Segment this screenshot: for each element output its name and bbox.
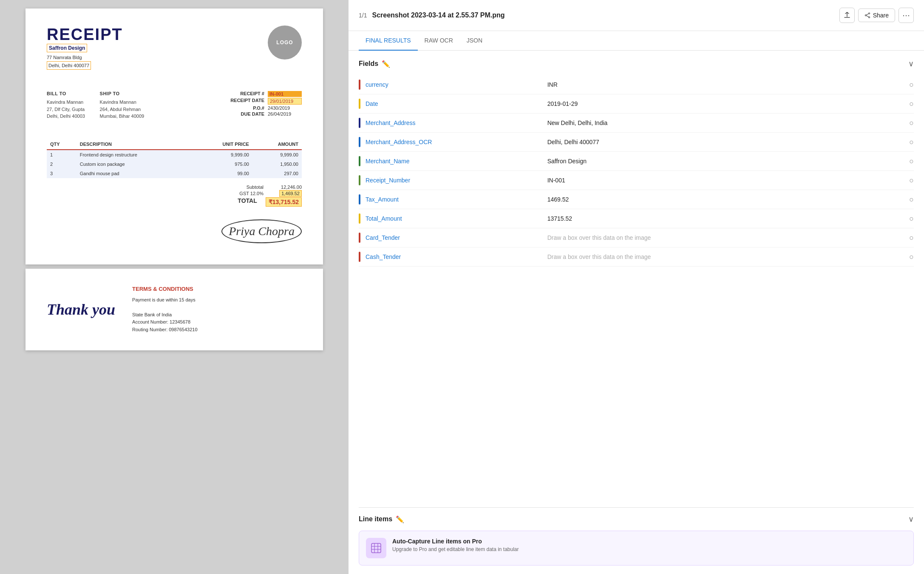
signature-area: Priya Chopra (47, 219, 302, 243)
terms-title: TERMS & CONDITIONS (132, 286, 302, 292)
field-item-tax_amount: Tax_Amount 1469.52 ○ (359, 190, 914, 209)
terms-text: Payment is due within 15 days State Bank… (132, 296, 302, 334)
field-name-card_tender[interactable]: Card_Tender (366, 234, 542, 241)
po-row: P.O.# 2430/2019 (226, 105, 302, 111)
field-check-merchant_address_ocr[interactable]: ○ (909, 138, 914, 147)
fields-collapse-icon[interactable]: ∨ (908, 59, 914, 68)
right-header: 1/1 Screenshot 2023-03-14 at 2.55.37 PM.… (349, 0, 924, 31)
line-items-edit-icon[interactable]: ✏️ (396, 515, 404, 523)
field-check-total_amount[interactable]: ○ (909, 214, 914, 223)
field-check-merchant_name[interactable]: ○ (909, 157, 914, 166)
merchant-address-highlight: Delhi, Delhi 400077 (47, 61, 91, 70)
field-item-currency: currency INR ○ (359, 75, 914, 94)
field-item-merchant_address_ocr: Merchant_Address_OCR Delhi, Delhi 400077… (359, 133, 914, 152)
field-item-cash_tender: Cash_Tender Draw a box over this data on… (359, 247, 914, 267)
field-color-bar-tax_amount (359, 194, 360, 205)
field-value-date: 2019-01-29 (547, 100, 901, 107)
field-name-total_amount[interactable]: Total_Amount (366, 215, 542, 222)
field-color-bar-receipt_number (359, 175, 360, 185)
receipt-page-1: RECEIPT Saffron Design 77 Namrata Bldg D… (26, 9, 323, 264)
pro-upgrade-card: Auto-Capture Line items on Pro Upgrade t… (359, 531, 914, 565)
more-button[interactable]: ⋯ (898, 8, 914, 23)
line-items-collapse-icon[interactable]: ∨ (908, 514, 914, 524)
upload-button[interactable] (839, 8, 855, 23)
field-item-date: Date 2019-01-29 ○ (359, 94, 914, 114)
field-name-receipt_number[interactable]: Receipt_Number (366, 177, 542, 184)
right-panel: 1/1 Screenshot 2023-03-14 at 2.55.37 PM.… (349, 0, 924, 574)
field-item-receipt_number: Receipt_Number IN-001 ○ (359, 171, 914, 190)
file-nav: 1/1 Screenshot 2023-03-14 at 2.55.37 PM.… (359, 11, 505, 19)
field-color-bar-date (359, 99, 360, 109)
terms-section: TERMS & CONDITIONS Payment is due within… (132, 286, 302, 334)
field-color-bar-card_tender (359, 233, 360, 243)
line-items-table: QTY DESCRIPTION UNIT PRICE AMOUNT 1 Fron… (47, 139, 302, 178)
fields-list: currency INR ○ Date 2019-01-29 ○ Merchan… (359, 75, 914, 267)
receipt-title-block: RECEIPT Saffron Design 77 Namrata Bldg D… (47, 26, 123, 78)
field-name-tax_amount[interactable]: Tax_Amount (366, 196, 542, 203)
totals-section: Subtotal 12,246.00 GST 12.0% 1,469.52 TO… (47, 185, 302, 207)
fields-section-header: Fields ✏️ ∨ (359, 59, 914, 68)
field-check-date[interactable]: ○ (909, 99, 914, 108)
tab-final-results[interactable]: FINAL RESULTS (359, 31, 418, 51)
field-item-merchant_name: Merchant_Name Saffron Design ○ (359, 152, 914, 171)
field-name-merchant_address[interactable]: Merchant_Address (366, 119, 542, 126)
tab-raw-ocr[interactable]: RAW OCR (418, 31, 460, 51)
share-button[interactable]: Share (858, 9, 895, 22)
field-value-card_tender: Draw a box over this data on the image (547, 234, 901, 241)
receipt-page-2: Thank you TERMS & CONDITIONS Payment is … (26, 269, 323, 351)
field-check-cash_tender[interactable]: ○ (909, 253, 914, 261)
field-check-receipt_number[interactable]: ○ (909, 176, 914, 185)
fields-edit-icon[interactable]: ✏️ (382, 60, 390, 68)
field-value-currency: INR (547, 81, 901, 88)
pro-table-icon (371, 543, 382, 554)
subtotal-row: Subtotal 12,246.00 (221, 185, 302, 190)
svg-rect-3 (371, 543, 381, 553)
field-value-cash_tender: Draw a box over this data on the image (547, 253, 901, 260)
pro-text: Auto-Capture Line items on Pro Upgrade t… (392, 538, 519, 552)
field-name-date[interactable]: Date (366, 100, 542, 107)
ship-to: SHIP TO Kavindra Mannan 264, Abdul Rehma… (100, 91, 145, 120)
field-color-bar-merchant_address_ocr (359, 137, 360, 147)
receipt-date-value: 29/01/2019 (268, 98, 302, 105)
thank-you-text: Thank you (47, 301, 115, 318)
line-items-section: Line items ✏️ ∨ Auto-Capture Line items … (349, 507, 924, 574)
field-check-merchant_address[interactable]: ○ (909, 119, 914, 128)
field-value-merchant_name: Saffron Design (547, 158, 901, 165)
field-value-merchant_address: New Delhi, Delhi, India (547, 119, 901, 126)
merchant-address-line1: 77 Namrata Bldg (47, 54, 123, 61)
field-color-bar-currency (359, 80, 360, 90)
svg-point-0 (868, 13, 870, 14)
field-color-bar-merchant_name (359, 156, 360, 166)
total-row: TOTAL ₹13,715.52 (215, 197, 302, 207)
table-row: 3 Gandhi mouse pad 99.00 297.00 (47, 169, 302, 178)
field-name-cash_tender[interactable]: Cash_Tender (366, 253, 542, 260)
field-color-bar-total_amount (359, 213, 360, 224)
col-amount: AMOUNT (252, 139, 302, 150)
table-row: 1 Frontend design restructure 9,999.00 9… (47, 150, 302, 159)
upload-icon (844, 12, 850, 19)
field-color-bar-merchant_address (359, 118, 360, 128)
merchant-info: Saffron Design 77 Namrata Bldg Delhi, De… (47, 44, 123, 70)
receipt-num-value: IN-001 (268, 91, 302, 97)
field-check-card_tender[interactable]: ○ (909, 233, 914, 242)
col-price: UNIT PRICE (193, 139, 252, 150)
field-name-currency[interactable]: currency (366, 81, 542, 88)
receipt-title: RECEIPT (47, 26, 123, 44)
field-check-tax_amount[interactable]: ○ (909, 195, 914, 204)
bill-to: BILL TO Kavindra Mannan 27, Dlf City, Gu… (47, 91, 91, 120)
field-name-merchant_name[interactable]: Merchant_Name (366, 158, 542, 165)
field-name-merchant_address_ocr[interactable]: Merchant_Address_OCR (366, 139, 542, 145)
merchant-address-line2: Delhi, Delhi 400077 (47, 61, 123, 70)
field-item-total_amount: Total_Amount 13715.52 ○ (359, 209, 914, 228)
tabs-bar: FINAL RESULTS RAW OCR JSON (349, 31, 924, 51)
field-value-total_amount: 13715.52 (547, 215, 901, 222)
field-check-currency[interactable]: ○ (909, 80, 914, 89)
field-value-tax_amount: 1469.52 (547, 196, 901, 203)
svg-point-1 (868, 17, 870, 18)
field-value-merchant_address_ocr: Delhi, Delhi 400077 (547, 139, 901, 145)
line-items-header: Line items ✏️ ∨ (359, 507, 914, 531)
fields-section: Fields ✏️ ∨ currency INR ○ Date 2019-01-… (349, 51, 924, 507)
share-icon (864, 12, 870, 18)
fields-section-title: Fields ✏️ (359, 60, 390, 68)
tab-json[interactable]: JSON (460, 31, 489, 51)
